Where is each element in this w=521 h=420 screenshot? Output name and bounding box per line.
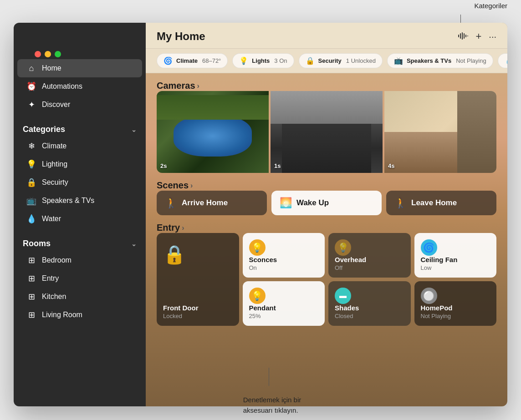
camera-feed-3[interactable]: 4s — [384, 91, 496, 173]
rooms-collapse-icon[interactable]: ⌄ — [131, 240, 137, 248]
water-chip[interactable]: 💧 Water Off — [498, 53, 507, 68]
pendant-device[interactable]: 💡 Pendant 25% — [243, 281, 325, 326]
scenes-section-label: Scenes — [157, 180, 189, 191]
maximize-button[interactable] — [55, 51, 61, 57]
security-chip-sub: 1 Unlocked — [346, 57, 376, 64]
sidebar-item-automations[interactable]: ⏰ Automations — [17, 77, 142, 96]
sidebar-water-label: Water — [42, 215, 61, 223]
ceiling-fan-device[interactable]: 🌀 Ceiling Fan Low — [414, 233, 497, 278]
sidebar-item-home-label: Home — [42, 64, 61, 72]
sidebar-item-speakers[interactable]: 📺 Speakers & TVs — [17, 192, 142, 210]
entry-devices-grid: 🔒 Front Door Locked 💡 — [157, 233, 496, 326]
security-chip-label: Security — [318, 57, 342, 64]
front-door-device[interactable]: 🔒 Front Door Locked — [157, 233, 239, 326]
sidebar-item-discover-label: Discover — [42, 101, 70, 109]
sidebar-item-water[interactable]: 💧 Water — [17, 210, 142, 228]
rooms-label: Rooms — [23, 239, 51, 248]
sconces-header: 💡 — [249, 239, 319, 256]
minimize-button[interactable] — [45, 51, 51, 57]
ceiling-fan-header: 🌀 — [421, 239, 490, 256]
ceiling-fan-status: Low — [421, 264, 490, 271]
cameras-chevron-icon: › — [197, 82, 199, 90]
lights-chip[interactable]: 💡 Lights 3 On — [232, 53, 294, 68]
sidebar-item-discover[interactable]: ✦ Discover — [17, 96, 142, 114]
climate-chip[interactable]: 🌀 Climate 68–72° — [157, 53, 228, 68]
climate-icon: ❄ — [26, 141, 36, 151]
shades-device[interactable]: ▬ Shades Closed — [328, 281, 411, 326]
shades-status: Closed — [335, 313, 404, 319]
sidebar-item-lighting[interactable]: 💡 Lighting — [17, 155, 142, 173]
categories-collapse-icon[interactable]: ⌄ — [131, 126, 137, 133]
sidebar-rooms: Rooms ⌄ ⊞ Bedroom ⊞ Entry ⊞ Kitchen ⊞ Li… — [14, 232, 146, 324]
camera-timestamp-2: 1s — [274, 162, 281, 169]
entry-section-header[interactable]: Entry › — [157, 223, 496, 233]
pendant-icon: 💡 — [249, 288, 266, 304]
close-button[interactable] — [35, 51, 41, 57]
front-door-name: Front Door — [163, 304, 233, 312]
sidebar-item-automations-label: Automations — [42, 82, 82, 91]
pendant-header: 💡 — [249, 288, 319, 304]
waveform-icon[interactable] — [458, 31, 468, 42]
overhead-name: Overhead — [335, 256, 404, 263]
rooms-section: Rooms ⌄ — [14, 232, 146, 251]
traffic-lights — [27, 46, 68, 61]
homepod-status: Not Playing — [421, 313, 490, 319]
entry-icon: ⊞ — [26, 273, 36, 283]
more-icon[interactable]: ··· — [489, 31, 496, 42]
leave-home-scene[interactable]: 🚶 Leave Home — [386, 191, 496, 215]
main-content-area: My Home + ··· — [146, 23, 507, 406]
sidebar-categories: Categories ⌄ ❄ Climate 💡 Lighting 🔒 Secu… — [14, 117, 146, 228]
sidebar-lighting-label: Lighting — [42, 160, 67, 168]
front-door-icon: 🔒 — [163, 244, 233, 265]
climate-chip-sub: 68–72° — [202, 57, 221, 64]
header-actions: + ··· — [458, 30, 496, 42]
climate-chip-label: Climate — [176, 57, 198, 64]
annotation-line2: aksesuarı tıklayın. — [243, 406, 298, 414]
sconces-device[interactable]: 💡 Sconces On — [243, 233, 325, 278]
climate-chip-icon: 🌀 — [163, 56, 173, 65]
shades-icon: ▬ — [335, 288, 351, 304]
speakers-chip[interactable]: 📺 Speakers & TVs Not Playing — [387, 53, 493, 68]
arrive-home-scene[interactable]: 🚶 Arrive Home — [157, 191, 267, 215]
categories-label: Categories — [23, 125, 65, 134]
water-chip-icon: 💧 — [505, 56, 507, 65]
sidebar-climate-label: Climate — [42, 142, 66, 150]
cameras-section-label: Cameras — [157, 81, 195, 91]
sidebar-item-home[interactable]: ⌂ Home — [17, 59, 142, 77]
homepod-device[interactable]: ⚪ HomePod Not Playing — [414, 281, 497, 326]
entry-section-label: Entry — [157, 223, 180, 233]
homepod-name: HomePod — [421, 304, 490, 312]
camera-feed-2[interactable]: 1s — [271, 91, 383, 173]
sidebar-item-climate[interactable]: ❄ Climate — [17, 137, 142, 155]
main-scroll-area[interactable]: My Home + ··· — [146, 23, 507, 406]
sconces-status: On — [249, 264, 319, 271]
sidebar-item-bedroom[interactable]: ⊞ Bedroom — [17, 251, 142, 269]
svg-rect-0 — [458, 35, 459, 37]
svg-rect-5 — [467, 35, 468, 36]
lights-chip-sub: 3 On — [274, 57, 287, 64]
svg-rect-2 — [462, 32, 463, 40]
sidebar-item-entry[interactable]: ⊞ Entry — [17, 269, 142, 288]
sidebar-item-kitchen[interactable]: ⊞ Kitchen — [17, 288, 142, 306]
add-icon[interactable]: + — [475, 30, 481, 42]
discover-icon: ✦ — [26, 100, 36, 110]
scenes-section-header[interactable]: Scenes › — [157, 180, 496, 191]
scenes-section: Scenes › 🚶 Arrive Home 🌅 Wake Up — [157, 180, 496, 215]
lights-chip-icon: 💡 — [239, 56, 248, 65]
page-title: My Home — [157, 30, 205, 43]
wake-up-label: Wake Up — [296, 198, 329, 207]
cameras-section-header[interactable]: Cameras › — [157, 81, 496, 91]
scroll-content: Cameras › 2s 1s — [146, 73, 507, 333]
wake-up-scene[interactable]: 🌅 Wake Up — [271, 191, 382, 215]
sidebar-item-security[interactable]: 🔒 Secuirty — [17, 173, 142, 192]
camera-timestamp-3: 4s — [388, 162, 394, 169]
overhead-device[interactable]: 💡 Overhead Off — [328, 233, 411, 278]
camera-timestamp-1: 2s — [160, 162, 167, 169]
automations-icon: ⏰ — [26, 81, 36, 91]
sidebar-item-livingroom[interactable]: ⊞ Living Room — [17, 306, 142, 324]
sidebar-kitchen-label: Kitchen — [42, 293, 66, 301]
security-chip[interactable]: 🔒 Security 1 Unlocked — [299, 53, 383, 68]
lighting-icon: 💡 — [26, 159, 36, 169]
entry-chevron-icon: › — [182, 224, 184, 232]
camera-feed-1[interactable]: 2s — [157, 91, 269, 173]
